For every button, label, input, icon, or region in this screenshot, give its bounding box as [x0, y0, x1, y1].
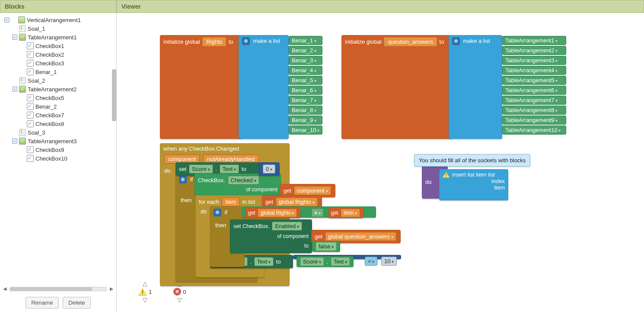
block-text: insert list item list: [452, 171, 495, 178]
tree-item[interactable]: CheckBox10: [35, 155, 67, 162]
list-item[interactable]: TableArrangement2: [502, 46, 566, 55]
block-get-item[interactable]: get item: [328, 208, 363, 218]
list-item[interactable]: TableArrangement9: [502, 116, 566, 125]
component-drop[interactable]: Score: [189, 164, 213, 174]
property-drop[interactable]: Checked: [228, 176, 259, 185]
checkbox-icon: [27, 68, 34, 75]
tree-item[interactable]: CheckBox8: [35, 121, 64, 127]
tree-toggle[interactable]: −: [4, 17, 10, 23]
tree-item[interactable]: CheckBox3: [35, 60, 64, 67]
tree-scrollbar[interactable]: [112, 69, 116, 121]
tree-item-soal3[interactable]: Soal_3: [28, 129, 45, 136]
list-item[interactable]: TableArrangement10: [502, 125, 566, 135]
list-item[interactable]: TableArrangement1: [502, 36, 566, 45]
variable-drop[interactable]: global Rights: [276, 197, 318, 206]
variable-name[interactable]: Rights: [202, 37, 226, 46]
tree-item-ta2[interactable]: TableArrangement2: [28, 86, 77, 93]
tree-hscroll[interactable]: ◀ ▶: [0, 286, 116, 293]
nav-down-icon[interactable]: ▽: [177, 296, 182, 303]
component-tree[interactable]: − VerticalArrangement1 Soal_1 −: [0, 13, 116, 286]
blocks-canvas[interactable]: initialize global Rights to ✻ make a lis…: [117, 14, 644, 312]
list-item[interactable]: Benar_4: [289, 66, 322, 75]
list-item[interactable]: TableArrangement8: [502, 106, 566, 115]
nav-up-icon[interactable]: △: [143, 280, 147, 287]
tree-item[interactable]: Benar_1: [35, 69, 57, 75]
gear-icon[interactable]: ✻: [179, 176, 187, 183]
property-drop[interactable]: Text: [220, 164, 239, 174]
tree-item-soal1[interactable]: Soal_1: [28, 26, 45, 32]
block-score-text-getter[interactable]: Score . Text: [296, 256, 354, 267]
list-item[interactable]: Benar_10: [289, 125, 322, 135]
variable-drop[interactable]: global question_answers: [325, 232, 396, 241]
list-item[interactable]: Benar_9: [289, 116, 322, 125]
warning-icon[interactable]: !: [138, 288, 147, 296]
block-init-global-qa[interactable]: initialize global question_answers to: [341, 35, 452, 139]
block-checkbox-checked[interactable]: CheckBox. Checked of component: [194, 174, 281, 195]
tree-item-va1[interactable]: VerticalArrangement1: [27, 17, 81, 23]
list-item[interactable]: Benar_6: [289, 86, 322, 95]
math-op[interactable]: =: [365, 257, 377, 266]
list-item[interactable]: TableArrangement7: [502, 96, 566, 105]
table-arrangement-icon: [19, 86, 26, 93]
rename-button[interactable]: Rename: [26, 297, 58, 309]
variable-drop[interactable]: global Rights: [258, 209, 297, 217]
delete-button[interactable]: Delete: [63, 297, 91, 309]
list-item[interactable]: Benar_2: [289, 46, 322, 55]
scroll-right-icon[interactable]: ▶: [108, 286, 115, 292]
block-number-0[interactable]: 0: [258, 162, 280, 176]
list-item[interactable]: Benar_1: [289, 36, 322, 45]
variable-drop[interactable]: component: [294, 186, 331, 195]
tree-toggle[interactable]: −: [12, 35, 17, 40]
list-item[interactable]: TableArrangement3: [502, 56, 566, 65]
tree-item[interactable]: CheckBox5: [35, 95, 64, 101]
component-drop[interactable]: Score: [300, 257, 324, 266]
block-insert-list-item[interactable]: ! insert list item list index item: [439, 169, 508, 200]
variable-drop[interactable]: item: [341, 209, 360, 217]
tree-toggle[interactable]: −: [12, 87, 17, 92]
list-item[interactable]: TableArrangement5: [502, 76, 566, 85]
variable-name[interactable]: question_answers: [384, 37, 437, 46]
compare-op[interactable]: ≠: [311, 208, 324, 217]
viewer-panel-header: Viewer: [117, 0, 644, 13]
gear-icon[interactable]: ✻: [452, 37, 460, 45]
gear-icon[interactable]: ✻: [214, 209, 221, 216]
number-value[interactable]: 10: [381, 257, 397, 266]
block-make-a-list[interactable]: ✻ make a list: [239, 35, 289, 139]
property-drop[interactable]: Text: [331, 257, 351, 266]
nav-down-icon[interactable]: ▽: [143, 296, 147, 303]
gear-icon[interactable]: ✻: [242, 37, 250, 45]
property-drop[interactable]: Enabled: [272, 222, 302, 231]
list-item[interactable]: Benar_5: [289, 76, 322, 85]
tree-item-ta1[interactable]: TableArrangement1: [28, 34, 77, 41]
tree-item-ta3[interactable]: TableArrangement3: [28, 138, 77, 145]
loop-var[interactable]: item: [222, 197, 240, 206]
block-make-a-list[interactable]: ✻ make a list: [449, 35, 502, 139]
scroll-left-icon[interactable]: ◀: [2, 286, 8, 292]
list-item[interactable]: Benar_7: [289, 96, 322, 105]
tree-item[interactable]: CheckBox1: [35, 43, 64, 49]
tree-item[interactable]: CheckBox9: [35, 147, 64, 153]
list-item[interactable]: Benar_8: [289, 106, 322, 115]
socket-label: index: [443, 178, 505, 184]
tree-item[interactable]: Benar_2: [35, 103, 57, 110]
scroll-track[interactable]: [10, 287, 107, 291]
block-false[interactable]: false: [312, 241, 340, 252]
list-item[interactable]: Benar_3: [289, 56, 322, 65]
block-get-global-rights-2[interactable]: get global Rights: [245, 208, 300, 218]
tree-item[interactable]: CheckBox7: [35, 112, 64, 119]
scroll-knob[interactable]: [10, 287, 92, 291]
tree-item-soal2[interactable]: Soal_2: [28, 77, 45, 84]
error-icon[interactable]: ✕: [173, 288, 181, 296]
tree-toggle[interactable]: −: [12, 138, 17, 144]
number-value[interactable]: 0: [263, 164, 275, 174]
bool-value[interactable]: false: [316, 242, 337, 251]
block-set-checkbox-enabled[interactable]: set CheckBox. Enabled of component to: [230, 219, 312, 253]
block-text: to: [229, 39, 233, 45]
checkbox-icon: [27, 51, 34, 58]
checkbox-icon: [27, 94, 34, 101]
list-item[interactable]: TableArrangement6: [502, 86, 566, 95]
tree-item[interactable]: CheckBox2: [35, 51, 64, 58]
list-item[interactable]: TableArrangement4: [502, 66, 566, 75]
block-init-global-rights[interactable]: initialize global Rights to: [160, 35, 242, 139]
property-drop[interactable]: Text: [254, 257, 274, 266]
